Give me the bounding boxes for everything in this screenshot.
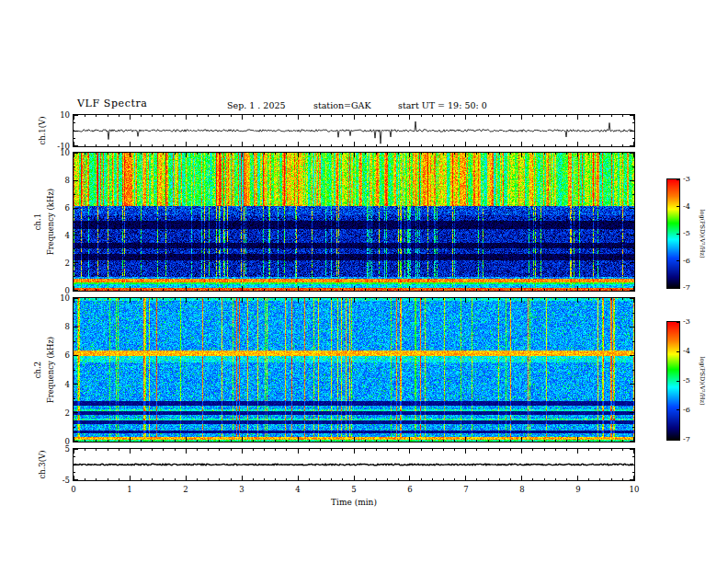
cb1-tick-m4: -4	[683, 202, 690, 212]
colorbar-1	[666, 178, 680, 289]
ch2-spec-ytick-10: 10	[46, 293, 70, 303]
x-tick-8: 8	[519, 485, 524, 494]
cb2-tick-m7: -7	[683, 435, 690, 444]
ch3-waveform-canvas	[74, 449, 634, 480]
colorbar-2	[666, 321, 680, 441]
ch2-spectrogram-panel	[73, 297, 635, 442]
ch1-waveform-panel	[73, 114, 635, 147]
x-tick-9: 9	[575, 485, 580, 494]
ch2-spec-frequency-ylabel: Frequency (kHz)	[46, 337, 55, 403]
ch1-spec-ytick-8: 8	[46, 176, 70, 185]
ch1-spec-channel-label: ch.1	[33, 213, 42, 230]
ch2-spec-ytick-4: 4	[46, 380, 70, 389]
ch1-wave-ytick-top: 10	[46, 110, 70, 120]
header-date: Sep. 1 . 2025	[227, 101, 286, 110]
ch3-wave-ytick-top: 5	[46, 444, 70, 454]
cb1-axis-label: log(PSD)(V²/Hz)	[699, 210, 705, 259]
x-tick-7: 7	[463, 485, 468, 494]
ch2-spec-ytick-6: 6	[46, 350, 70, 360]
ch1-spec-frequency-ylabel: Frequency (kHz)	[46, 189, 55, 255]
ch1-spec-ytick-10: 10	[46, 148, 70, 157]
cb1-tick-m3: -3	[683, 175, 690, 184]
x-tick-1: 1	[127, 485, 131, 494]
x-tick-0: 0	[71, 485, 75, 494]
cb2-tick-m4: -4	[683, 347, 690, 356]
x-tick-2: 2	[183, 485, 188, 494]
x-tick-3: 3	[239, 485, 244, 494]
colorbar-2-canvas	[667, 322, 679, 440]
ch1-spectrogram-canvas	[74, 153, 634, 291]
x-tick-10: 10	[630, 485, 640, 494]
ch1-spec-ytick-6: 6	[46, 203, 70, 213]
ch1-waveform-canvas	[74, 115, 634, 146]
cb2-tick-m6: -6	[683, 406, 690, 415]
cb1-tick-m7: -7	[683, 283, 690, 293]
cb2-axis-label: log(PSD)(V²/Hz)	[699, 357, 705, 406]
ch2-spec-ytick-8: 8	[46, 322, 70, 331]
ch3-waveform-panel	[73, 448, 635, 481]
colorbar-1-canvas	[667, 179, 679, 288]
ch1-spectrogram-panel	[73, 152, 635, 292]
ch3-wave-ytick-bottom: -5	[46, 476, 70, 485]
time-axis-label: Time (min)	[331, 498, 377, 507]
ch1-wave-ylabel: ch.1(V)	[38, 116, 47, 144]
ch2-spectrogram-canvas	[74, 298, 634, 442]
cb2-tick-m5: -5	[683, 376, 690, 385]
ch2-spec-ytick-2: 2	[46, 408, 70, 418]
header-station: station=GAK	[313, 101, 371, 110]
cb1-tick-m5: -5	[683, 229, 690, 238]
x-tick-4: 4	[295, 485, 300, 494]
header-start-ut: start UT = 19: 50: 0	[398, 101, 487, 110]
cb1-tick-m6: -6	[683, 257, 690, 266]
ch2-spec-channel-label: ch.2	[33, 362, 42, 378]
x-tick-5: 5	[351, 485, 356, 494]
ch1-spec-ytick-2: 2	[46, 259, 70, 268]
vlf-spectra-figure: VLF Spectra Sep. 1 . 2025 station=GAK st…	[0, 0, 728, 563]
cb2-tick-m3: -3	[683, 317, 690, 327]
figure-title: VLF Spectra	[77, 99, 147, 109]
ch1-spec-ytick-4: 4	[46, 231, 70, 240]
x-tick-6: 6	[407, 485, 412, 494]
ch3-wave-ylabel: ch.3(V)	[38, 450, 47, 478]
